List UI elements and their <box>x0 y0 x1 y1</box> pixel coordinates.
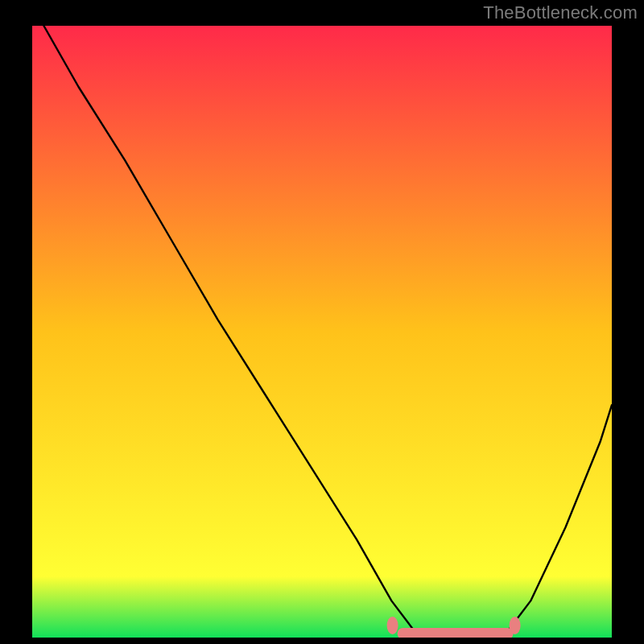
svg-rect-0 <box>398 628 514 638</box>
bottleneck-plot <box>32 26 612 638</box>
attribution-text: TheBottleneck.com <box>483 2 638 23</box>
gradient-background <box>32 26 612 638</box>
chart-frame: TheBottleneck.com <box>0 0 644 644</box>
svg-point-1 <box>387 617 398 634</box>
svg-point-2 <box>510 617 521 634</box>
